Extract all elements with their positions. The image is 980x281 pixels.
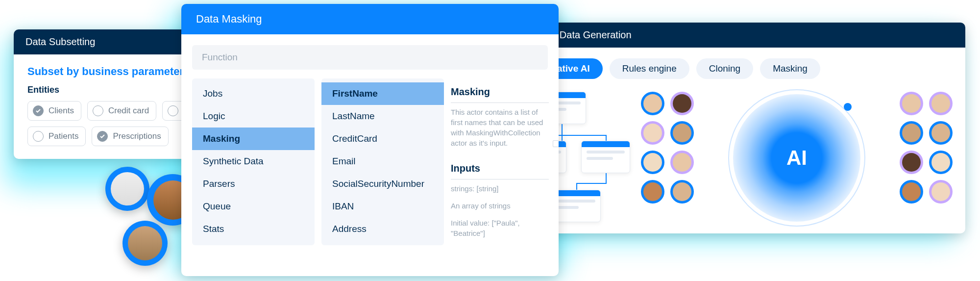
inputs-line: Initial value: ["Paula", "Beatrice"] [451,214,549,241]
category-item[interactable]: Parsers [192,173,315,195]
search-placeholder: Function [202,52,238,62]
table-card [581,141,630,173]
field-list: FirstNameLastNameCreditCardEmailSocialSe… [321,78,444,245]
avatar [900,151,923,174]
entity-chip-prescriptions[interactable]: Prescriptions [92,127,168,146]
inputs-title: Inputs [451,161,549,179]
field-item[interactable]: SocialSecurityNumber [321,173,444,195]
check-icon [97,131,108,142]
entity-chip-clients[interactable]: Clients [27,101,81,121]
panel-header: Synthetic Data Generation [505,23,965,48]
field-item[interactable]: IBAN [321,195,444,218]
category-item[interactable]: Masking [192,128,315,150]
field-item[interactable]: Email [321,150,444,173]
chip-label: Patients [49,131,78,141]
avatar [900,92,923,115]
ai-engine: AI [713,92,880,224]
table-card [552,190,601,222]
source-people [641,92,694,224]
field-item[interactable]: Address [321,218,444,240]
avatar [929,151,953,174]
avatar [670,180,694,204]
generated-people [900,92,953,224]
avatar [670,121,694,145]
chip-label: Credit card [108,106,149,116]
panel-data-masking: Data Masking Function JobsLogicMaskingSy… [181,4,559,276]
category-item[interactable]: Jobs [192,82,315,105]
field-item[interactable]: CreditCard [321,128,444,150]
avatar [929,92,953,115]
inputs-line: An array of strings [451,197,549,214]
avatar [641,180,664,204]
scroll-hint [553,140,559,147]
panel-title: Data Subsetting [25,36,95,48]
panel-synthetic-data: Synthetic Data Generation Generative AIR… [505,23,965,233]
entity-chip-patients[interactable]: Patients [27,127,86,146]
field-item[interactable]: FirstName [321,82,444,105]
avatar [900,180,923,204]
panel-title: Data Masking [196,13,262,25]
ai-label: AI [786,146,807,170]
category-list: JobsLogicMaskingSynthetic DataParsersQue… [192,78,315,245]
avatar [641,151,664,174]
inputs-line: strings: [string] [451,179,549,197]
category-item[interactable]: Stats [192,218,315,240]
radio-icon [93,105,103,116]
tab-cloning[interactable]: Cloning [696,58,753,79]
chip-label: Prescriptions [113,131,161,141]
avatar [670,151,694,174]
radio-icon [168,105,178,116]
avatar [641,92,664,115]
detail-title: Masking [451,84,549,103]
check-icon [33,105,44,116]
field-item[interactable]: LastName [321,105,444,128]
avatar [929,121,953,145]
tabs: Generative AIRules engineCloningMasking [505,48,965,83]
avatar [122,221,168,266]
radio-icon [33,131,44,142]
entity-chip-credit-card[interactable]: Credit card [87,101,156,121]
avatar [105,167,149,211]
avatar [670,92,694,115]
orbit-dot-icon [844,103,852,111]
tab-masking[interactable]: Masking [760,58,820,79]
avatar [641,121,664,145]
category-item[interactable]: Synthetic Data [192,150,315,173]
detail-pane: Masking This actor contains a list of fi… [451,78,549,245]
avatar [900,121,923,145]
chip-label: Clients [49,106,74,116]
detail-desc: This actor contains a list of first name… [451,103,549,151]
category-item[interactable]: Queue [192,195,315,218]
category-item[interactable]: Logic [192,105,315,128]
function-search[interactable]: Function [192,45,548,70]
tab-rules-engine[interactable]: Rules engine [610,58,689,79]
panel-header: Data Masking [181,4,559,34]
avatar [929,180,953,204]
